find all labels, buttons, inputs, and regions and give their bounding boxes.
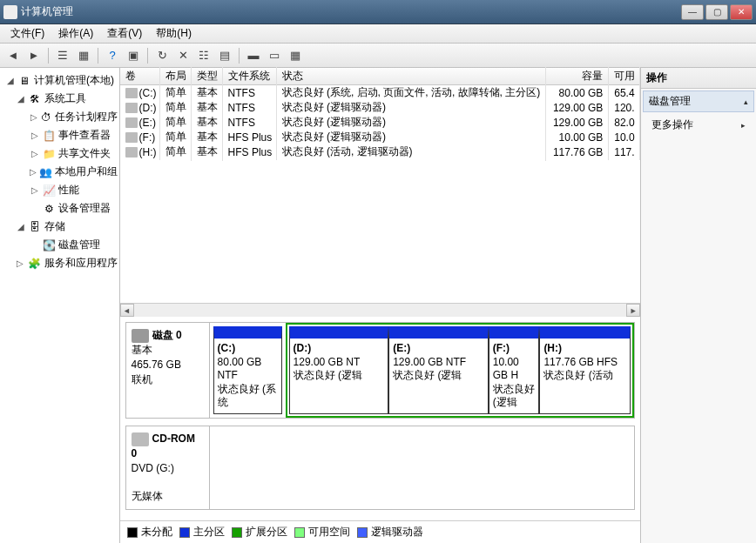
cdrom-row[interactable]: CD-ROM 0 DVD (G:) 无媒体 — [125, 426, 636, 510]
window-title: 计算机管理 — [21, 4, 73, 19]
menu-help[interactable]: 帮助(H) — [149, 24, 199, 43]
maximize-button[interactable]: ▢ — [705, 4, 728, 20]
partition-d[interactable]: (D:)129.00 GB NT状态良好 (逻辑 — [289, 326, 389, 414]
partition-e[interactable]: (E:)129.00 GB NTF状态良好 (逻辑 — [388, 326, 489, 414]
horizontal-scrollbar[interactable]: ◄ ► — [120, 303, 641, 317]
view-bottom-button[interactable]: ▭ — [265, 46, 284, 65]
properties-button[interactable]: ☷ — [194, 46, 213, 65]
disk-0-info: 磁盘 0 基本 465.76 GB 联机 — [126, 323, 210, 418]
tree-local-users[interactable]: ▷👥本地用户和组 — [2, 163, 118, 181]
col-available[interactable]: 可用 — [609, 67, 640, 85]
help-button[interactable]: ? — [103, 46, 122, 65]
minimize-button[interactable]: — — [681, 4, 704, 20]
tree-services-apps[interactable]: ▷🧩服务和应用程序 — [2, 254, 118, 272]
forward-button[interactable]: ► — [24, 46, 44, 65]
col-filesystem[interactable]: 文件系统 — [223, 67, 277, 85]
volume-list[interactable]: (C:)简单基本NTFS状态良好 (系统, 启动, 页面文件, 活动, 故障转储… — [120, 85, 641, 303]
tree-task-scheduler[interactable]: ▷⏱任务计划程序 — [2, 108, 118, 126]
collapse-icon: ▴ — [744, 97, 748, 106]
refresh-pane-button[interactable]: ▣ — [124, 46, 143, 65]
menu-bar: 文件(F) 操作(A) 查看(V) 帮助(H) — [0, 24, 756, 44]
actions-pane: 操作 磁盘管理▴ 更多操作▸ — [641, 68, 756, 543]
menu-file[interactable]: 文件(F) — [3, 24, 51, 43]
cdrom-icon — [132, 432, 149, 446]
nav-tree[interactable]: ◢🖥计算机管理(本地) ◢🛠系统工具 ▷⏱任务计划程序 ▷📋事件查看器 ▷📁共享… — [0, 68, 120, 543]
disk-icon — [132, 329, 149, 343]
actions-diskmgmt[interactable]: 磁盘管理▴ — [643, 90, 754, 112]
tree-shared-folders[interactable]: ▷📁共享文件夹 — [2, 144, 118, 163]
up-button[interactable]: ☰ — [53, 46, 72, 65]
col-capacity[interactable]: 容量 — [546, 67, 609, 85]
partition-f[interactable]: (F:)10.00 GB H状态良好 (逻辑 — [489, 326, 540, 414]
list-view-button[interactable]: ▤ — [215, 46, 234, 65]
view-top-button[interactable]: ▬ — [244, 46, 263, 65]
volume-list-header[interactable]: 卷 布局 类型 文件系统 状态 容量 可用 — [120, 68, 641, 85]
actions-header: 操作 — [641, 68, 756, 89]
col-layout[interactable]: 布局 — [160, 67, 192, 85]
volume-row[interactable]: (H:)简单基本HFS Plus状态良好 (活动, 逻辑驱动器)117.76 G… — [120, 144, 641, 159]
tree-root[interactable]: ◢🖥计算机管理(本地) — [2, 71, 118, 90]
col-status[interactable]: 状态 — [277, 67, 547, 85]
partition-h[interactable]: (H:)117.76 GB HFS状态良好 (活动 — [539, 326, 631, 414]
toolbar: ◄ ► ☰ ▦ ? ▣ ↻ ✕ ☷ ▤ ▬ ▭ ▦ — [0, 44, 756, 68]
legend-logical: 逻辑驱动器 — [371, 525, 423, 540]
legend-extended: 扩展分区 — [246, 525, 287, 540]
rescan-button[interactable]: ↻ — [152, 46, 172, 65]
submenu-icon: ▸ — [741, 121, 746, 130]
tree-device-manager[interactable]: ⚙设备管理器 — [2, 199, 118, 218]
tree-system-tools[interactable]: ◢🛠系统工具 — [2, 90, 118, 108]
cdrom-info: CD-ROM 0 DVD (G:) 无媒体 — [126, 426, 210, 509]
view-both-button[interactable]: ▦ — [286, 46, 305, 65]
disk-0-row[interactable]: 磁盘 0 基本 465.76 GB 联机 (C:) 80.00 GB NTF 状… — [125, 322, 636, 419]
legend-free: 可用空间 — [308, 525, 350, 540]
title-bar: 计算机管理 — ▢ ✕ — [0, 0, 756, 24]
actions-more[interactable]: 更多操作▸ — [641, 114, 756, 136]
tree-disk-management[interactable]: 💽磁盘管理 — [2, 236, 118, 254]
scroll-right-button[interactable]: ► — [626, 304, 640, 317]
legend-unallocated: 未分配 — [141, 525, 172, 540]
col-type[interactable]: 类型 — [192, 67, 223, 85]
tree-performance[interactable]: ▷📈性能 — [2, 181, 118, 199]
app-icon — [3, 5, 17, 19]
back-button[interactable]: ◄ — [3, 46, 23, 65]
close-button[interactable]: ✕ — [730, 4, 753, 20]
legend-primary: 主分区 — [193, 525, 225, 540]
tree-event-viewer[interactable]: ▷📋事件查看器 — [2, 126, 118, 144]
partition-c[interactable]: (C:) 80.00 GB NTF 状态良好 (系统 — [213, 326, 282, 414]
legend: 未分配 主分区 扩展分区 可用空间 逻辑驱动器 — [120, 520, 641, 543]
menu-view[interactable]: 查看(V) — [100, 24, 149, 43]
show-hide-button[interactable]: ▦ — [74, 46, 93, 65]
menu-action[interactable]: 操作(A) — [51, 24, 100, 43]
col-volume[interactable]: 卷 — [120, 67, 160, 85]
tree-storage[interactable]: ◢🗄存储 — [2, 218, 118, 236]
scroll-left-button[interactable]: ◄ — [120, 304, 134, 317]
delete-button[interactable]: ✕ — [173, 46, 192, 65]
disk-graphical-view[interactable]: 磁盘 0 基本 465.76 GB 联机 (C:) 80.00 GB NTF 状… — [120, 317, 641, 520]
